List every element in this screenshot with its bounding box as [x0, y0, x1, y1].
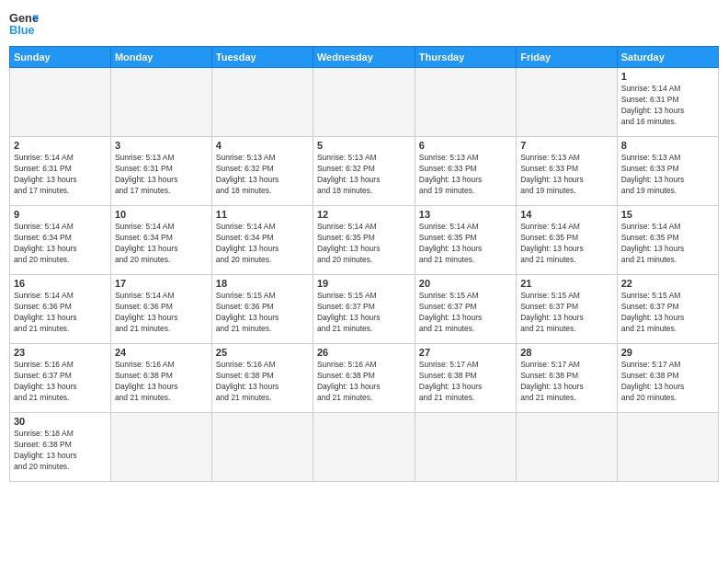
day-info-15: Sunrise: 5:14 AM Sunset: 6:35 PM Dayligh… [621, 222, 714, 266]
day-info-18: Sunrise: 5:15 AM Sunset: 6:36 PM Dayligh… [216, 291, 309, 335]
weekday-header-sunday: Sunday [10, 47, 111, 68]
day-info-17: Sunrise: 5:14 AM Sunset: 6:36 PM Dayligh… [115, 291, 208, 335]
day-info-4: Sunrise: 5:13 AM Sunset: 6:32 PM Dayligh… [216, 153, 309, 197]
calendar-cell-23: 23Sunrise: 5:16 AM Sunset: 6:37 PM Dayli… [10, 344, 111, 413]
weekday-header-saturday: Saturday [617, 47, 718, 68]
weekday-header-monday: Monday [110, 47, 211, 68]
calendar-cell-10: 10Sunrise: 5:14 AM Sunset: 6:34 PM Dayli… [110, 206, 211, 275]
day-info-30: Sunrise: 5:18 AM Sunset: 6:38 PM Dayligh… [14, 429, 107, 473]
calendar-week-row-5: 23Sunrise: 5:16 AM Sunset: 6:37 PM Dayli… [10, 344, 719, 413]
day-info-13: Sunrise: 5:14 AM Sunset: 6:35 PM Dayligh… [419, 222, 512, 266]
calendar-table: SundayMondayTuesdayWednesdayThursdayFrid… [9, 46, 719, 482]
calendar-cell-21: 21Sunrise: 5:15 AM Sunset: 6:37 PM Dayli… [517, 275, 618, 344]
day-info-21: Sunrise: 5:15 AM Sunset: 6:37 PM Dayligh… [520, 291, 613, 335]
day-info-2: Sunrise: 5:14 AM Sunset: 6:31 PM Dayligh… [14, 153, 107, 197]
logo: General Blue [9, 9, 39, 39]
day-number-15: 15 [621, 209, 714, 220]
weekday-header-tuesday: Tuesday [211, 47, 313, 68]
day-number-25: 25 [216, 347, 309, 358]
header: General Blue [9, 9, 719, 39]
calendar-cell-29: 29Sunrise: 5:17 AM Sunset: 6:38 PM Dayli… [617, 344, 718, 413]
day-number-4: 4 [216, 140, 309, 151]
calendar-cell-2: 2Sunrise: 5:14 AM Sunset: 6:31 PM Daylig… [10, 137, 111, 206]
day-info-24: Sunrise: 5:16 AM Sunset: 6:38 PM Dayligh… [115, 360, 208, 404]
calendar-cell-28: 28Sunrise: 5:17 AM Sunset: 6:38 PM Dayli… [517, 344, 618, 413]
day-info-14: Sunrise: 5:14 AM Sunset: 6:35 PM Dayligh… [520, 222, 613, 266]
calendar-cell-empty [110, 413, 211, 482]
calendar-cell-26: 26Sunrise: 5:16 AM Sunset: 6:38 PM Dayli… [313, 344, 415, 413]
day-info-6: Sunrise: 5:13 AM Sunset: 6:33 PM Dayligh… [419, 153, 512, 197]
page: General Blue SundayMondayTuesdayWednesda… [0, 0, 728, 563]
day-info-7: Sunrise: 5:13 AM Sunset: 6:33 PM Dayligh… [520, 153, 613, 197]
calendar-cell-empty [517, 413, 618, 482]
day-number-11: 11 [216, 209, 309, 220]
calendar-cell-1: 1Sunrise: 5:14 AM Sunset: 6:31 PM Daylig… [617, 68, 718, 137]
day-number-8: 8 [621, 140, 714, 151]
calendar-cell-12: 12Sunrise: 5:14 AM Sunset: 6:35 PM Dayli… [313, 206, 415, 275]
day-number-16: 16 [14, 278, 107, 289]
calendar-cell-empty [617, 413, 718, 482]
day-info-19: Sunrise: 5:15 AM Sunset: 6:37 PM Dayligh… [317, 291, 411, 335]
day-info-16: Sunrise: 5:14 AM Sunset: 6:36 PM Dayligh… [14, 291, 107, 335]
calendar-cell-5: 5Sunrise: 5:13 AM Sunset: 6:32 PM Daylig… [313, 137, 415, 206]
calendar-cell-30: 30Sunrise: 5:18 AM Sunset: 6:38 PM Dayli… [10, 413, 111, 482]
day-number-6: 6 [419, 140, 512, 151]
calendar-cell-16: 16Sunrise: 5:14 AM Sunset: 6:36 PM Dayli… [10, 275, 111, 344]
weekday-header-friday: Friday [517, 47, 618, 68]
day-number-30: 30 [14, 416, 107, 427]
day-info-1: Sunrise: 5:14 AM Sunset: 6:31 PM Dayligh… [621, 84, 714, 128]
calendar-cell-25: 25Sunrise: 5:16 AM Sunset: 6:38 PM Dayli… [211, 344, 313, 413]
calendar-cell-empty [211, 68, 313, 137]
day-number-9: 9 [14, 209, 107, 220]
day-info-28: Sunrise: 5:17 AM Sunset: 6:38 PM Dayligh… [520, 360, 613, 404]
calendar-week-row-3: 9Sunrise: 5:14 AM Sunset: 6:34 PM Daylig… [10, 206, 719, 275]
calendar-cell-empty [415, 68, 516, 137]
day-info-12: Sunrise: 5:14 AM Sunset: 6:35 PM Dayligh… [317, 222, 411, 266]
weekday-header-wednesday: Wednesday [313, 47, 415, 68]
calendar-cell-18: 18Sunrise: 5:15 AM Sunset: 6:36 PM Dayli… [211, 275, 313, 344]
day-info-23: Sunrise: 5:16 AM Sunset: 6:37 PM Dayligh… [14, 360, 107, 404]
day-number-21: 21 [520, 278, 613, 289]
calendar-cell-20: 20Sunrise: 5:15 AM Sunset: 6:37 PM Dayli… [415, 275, 516, 344]
day-number-12: 12 [317, 209, 411, 220]
calendar-cell-7: 7Sunrise: 5:13 AM Sunset: 6:33 PM Daylig… [517, 137, 618, 206]
calendar-cell-8: 8Sunrise: 5:13 AM Sunset: 6:33 PM Daylig… [617, 137, 718, 206]
calendar-cell-empty [10, 68, 111, 137]
calendar-week-row-2: 2Sunrise: 5:14 AM Sunset: 6:31 PM Daylig… [10, 137, 719, 206]
day-number-13: 13 [419, 209, 512, 220]
day-number-28: 28 [520, 347, 613, 358]
generalblue-logo-icon: General Blue [9, 9, 39, 39]
day-number-2: 2 [14, 140, 107, 151]
day-info-8: Sunrise: 5:13 AM Sunset: 6:33 PM Dayligh… [621, 153, 714, 197]
day-number-18: 18 [216, 278, 309, 289]
day-number-3: 3 [115, 140, 208, 151]
calendar-cell-15: 15Sunrise: 5:14 AM Sunset: 6:35 PM Dayli… [617, 206, 718, 275]
day-number-7: 7 [520, 140, 613, 151]
weekday-header-row: SundayMondayTuesdayWednesdayThursdayFrid… [10, 47, 719, 68]
day-number-20: 20 [419, 278, 512, 289]
weekday-header-thursday: Thursday [415, 47, 516, 68]
day-number-22: 22 [621, 278, 714, 289]
calendar-cell-empty [517, 68, 618, 137]
day-info-5: Sunrise: 5:13 AM Sunset: 6:32 PM Dayligh… [317, 153, 411, 197]
calendar-cell-11: 11Sunrise: 5:14 AM Sunset: 6:34 PM Dayli… [211, 206, 313, 275]
calendar-cell-6: 6Sunrise: 5:13 AM Sunset: 6:33 PM Daylig… [415, 137, 516, 206]
day-number-17: 17 [115, 278, 208, 289]
day-number-10: 10 [115, 209, 208, 220]
calendar-cell-17: 17Sunrise: 5:14 AM Sunset: 6:36 PM Dayli… [110, 275, 211, 344]
calendar-cell-27: 27Sunrise: 5:17 AM Sunset: 6:38 PM Dayli… [415, 344, 516, 413]
day-number-26: 26 [317, 347, 411, 358]
calendar-cell-24: 24Sunrise: 5:16 AM Sunset: 6:38 PM Dayli… [110, 344, 211, 413]
calendar-cell-empty [313, 68, 415, 137]
day-number-24: 24 [115, 347, 208, 358]
calendar-cell-3: 3Sunrise: 5:13 AM Sunset: 6:31 PM Daylig… [110, 137, 211, 206]
calendar-cell-empty [211, 413, 313, 482]
svg-text:Blue: Blue [9, 23, 35, 37]
calendar-cell-empty [415, 413, 516, 482]
day-info-20: Sunrise: 5:15 AM Sunset: 6:37 PM Dayligh… [419, 291, 512, 335]
day-info-29: Sunrise: 5:17 AM Sunset: 6:38 PM Dayligh… [621, 360, 714, 404]
day-info-25: Sunrise: 5:16 AM Sunset: 6:38 PM Dayligh… [216, 360, 309, 404]
day-number-1: 1 [621, 71, 714, 82]
calendar-cell-4: 4Sunrise: 5:13 AM Sunset: 6:32 PM Daylig… [211, 137, 313, 206]
day-number-23: 23 [14, 347, 107, 358]
